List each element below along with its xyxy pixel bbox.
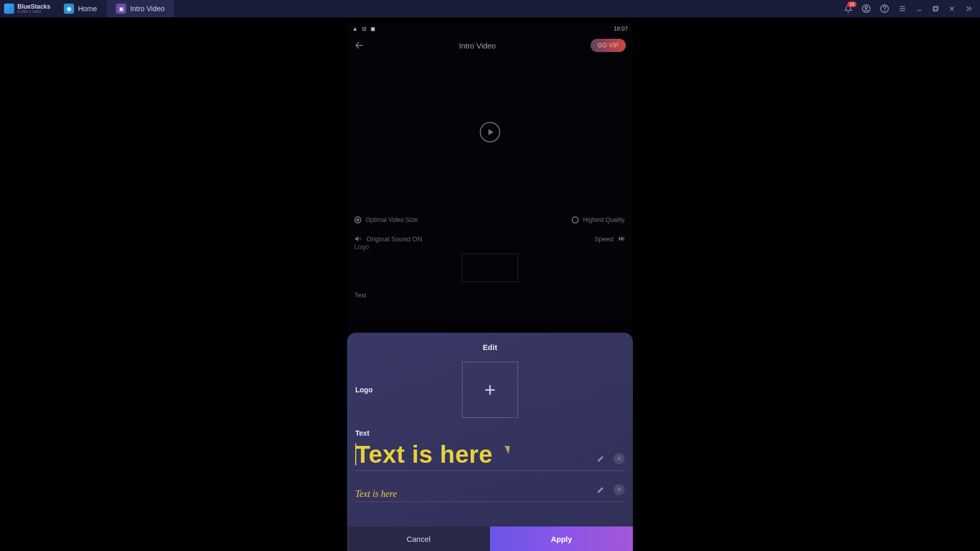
tab-label: Intro Video bbox=[130, 5, 164, 13]
page-title: Intro Video bbox=[459, 41, 496, 50]
close-button[interactable] bbox=[948, 5, 955, 12]
tab-home[interactable]: ◉ Home bbox=[55, 0, 107, 17]
speed-button[interactable]: Speed bbox=[594, 235, 626, 243]
phone-viewport: ▲ ⊟ ◼ 18:07 Intro Video GO VIP Optimal V… bbox=[347, 23, 633, 551]
expand-sidebar-button[interactable] bbox=[965, 5, 973, 13]
app-version: 4.280.1.1002 bbox=[17, 10, 51, 14]
warning-icon: ▲ bbox=[352, 26, 358, 32]
text-section-label: Text bbox=[354, 291, 626, 299]
text-input-2[interactable]: Text is here bbox=[355, 489, 595, 499]
back-button[interactable] bbox=[354, 40, 364, 51]
menu-button[interactable] bbox=[898, 5, 906, 13]
fast-forward-icon bbox=[617, 235, 626, 242]
home-icon: ◉ bbox=[64, 4, 74, 14]
app-header: Intro Video GO VIP bbox=[347, 34, 633, 57]
go-vip-button[interactable]: GO VIP bbox=[591, 39, 626, 52]
svg-rect-9 bbox=[933, 7, 937, 11]
radio-icon bbox=[572, 216, 579, 223]
edit-text-button[interactable] bbox=[595, 453, 606, 464]
logo-section-label: Logo bbox=[354, 243, 626, 251]
intro-video-icon: ▣ bbox=[116, 4, 126, 14]
battery-icon: ⊟ bbox=[362, 26, 366, 32]
tab-label: Home bbox=[78, 5, 97, 13]
sheet-title: Edit bbox=[355, 343, 625, 352]
svg-point-1 bbox=[865, 7, 868, 9]
status-bar: ▲ ⊟ ◼ 18:07 bbox=[347, 23, 633, 34]
svg-marker-14 bbox=[621, 236, 624, 241]
sim-icon: ◼ bbox=[371, 26, 375, 32]
add-logo-button[interactable]: + bbox=[462, 362, 518, 418]
sound-toggle[interactable]: Original Sound ON bbox=[354, 235, 422, 243]
clear-text-button[interactable]: ✕ bbox=[614, 484, 625, 495]
tab-intro-video[interactable]: ▣ Intro Video bbox=[107, 0, 174, 17]
clear-text-button[interactable]: ✕ bbox=[614, 453, 625, 464]
minimize-button[interactable] bbox=[916, 5, 923, 12]
svg-point-3 bbox=[885, 10, 885, 11]
maximize-button[interactable] bbox=[932, 5, 939, 12]
radio-optimal-size[interactable]: Optimal Video Size. bbox=[354, 216, 419, 223]
svg-rect-15 bbox=[624, 236, 624, 241]
logo-label: Logo bbox=[355, 386, 391, 394]
sheet-buttons: Cancel Apply bbox=[347, 527, 633, 551]
text-row-2: Text is here ✕ bbox=[355, 484, 625, 502]
plus-icon: + bbox=[484, 380, 496, 399]
radio-icon bbox=[354, 216, 361, 223]
account-button[interactable] bbox=[862, 4, 871, 13]
logo-placeholder bbox=[462, 254, 518, 282]
text-row-1: Text is here ✕ bbox=[355, 440, 625, 471]
titlebar: BlueStacks 4.280.1.1002 ◉ Home ▣ Intro V… bbox=[0, 0, 980, 17]
apply-button[interactable]: Apply bbox=[490, 527, 633, 551]
notification-badge: 16 bbox=[847, 2, 856, 7]
play-button[interactable] bbox=[480, 122, 500, 142]
bluestacks-icon bbox=[4, 4, 14, 14]
video-preview bbox=[347, 57, 633, 207]
speaker-icon bbox=[354, 235, 362, 243]
text-label: Text bbox=[355, 429, 625, 437]
titlebar-actions: 16 bbox=[844, 4, 980, 13]
notifications-button[interactable]: 16 bbox=[844, 5, 852, 13]
status-time: 18:07 bbox=[614, 26, 628, 32]
edit-text-button[interactable] bbox=[595, 484, 606, 495]
bluestacks-logo: BlueStacks 4.280.1.1002 bbox=[0, 4, 55, 14]
play-icon bbox=[488, 129, 494, 135]
svg-marker-13 bbox=[619, 236, 621, 241]
settings-panel: Optimal Video Size. Highest Quality. Ori… bbox=[347, 207, 633, 299]
help-button[interactable] bbox=[880, 4, 889, 13]
radio-highest-quality[interactable]: Highest Quality. bbox=[572, 216, 626, 223]
text-input-1[interactable]: Text is here bbox=[355, 440, 595, 468]
svg-rect-8 bbox=[934, 6, 938, 10]
cancel-button[interactable]: Cancel bbox=[347, 527, 490, 551]
edit-sheet: Edit Logo + Text Text is here ✕ Text is … bbox=[347, 333, 633, 551]
